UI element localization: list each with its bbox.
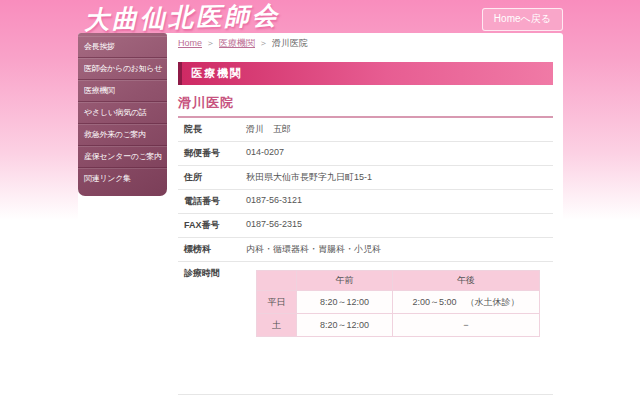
schedule-container: 午前 午後 平日 8:20～12:00 2:00～5:00 （水土休診） 土 8… <box>246 267 553 337</box>
schedule-header-row: 午前 午後 <box>257 271 540 291</box>
sidebar-item-chairman-greeting[interactable]: 会長挨拶 <box>78 36 167 58</box>
detail-value: 0187-56-3121 <box>246 195 553 205</box>
schedule-table: 午前 午後 平日 8:20～12:00 2:00～5:00 （水土休診） 土 8… <box>256 270 540 337</box>
schedule-col-morning: 午前 <box>297 271 393 291</box>
schedule-day-cell: 土 <box>257 314 297 337</box>
detail-label: 郵便番号 <box>184 147 246 160</box>
breadcrumb: Home＞医療機関＞滑川医院 <box>178 37 553 50</box>
sidebar-nav: 会長挨拶 医師会からのお知らせ 医療機関 やさしい病気の話 救急外来のご案内 産… <box>78 33 167 196</box>
schedule-col-afternoon: 午後 <box>393 271 540 291</box>
detail-value: 0187-56-2315 <box>246 219 553 229</box>
detail-label: 住所 <box>184 171 246 184</box>
detail-row-director: 院長 滑川 五郎 <box>178 118 553 142</box>
detail-label: 電話番号 <box>184 195 246 208</box>
schedule-day-cell: 平日 <box>257 291 297 314</box>
detail-label: 診療時間 <box>184 267 246 280</box>
schedule-corner-cell <box>257 271 297 291</box>
detail-label: FAX番号 <box>184 219 246 232</box>
schedule-am-cell: 8:20～12:00 <box>297 291 393 314</box>
schedule-pm-cell: − <box>393 314 540 337</box>
sidebar-item-sanpo-center[interactable]: 産保センターのご案内 <box>78 146 167 168</box>
detail-row-address: 住所 秋田県大仙市長野字九日町15-1 <box>178 166 553 190</box>
detail-value: 内科・循環器科・胃腸科・小児科 <box>246 243 553 256</box>
detail-row-phone: 電話番号 0187-56-3121 <box>178 190 553 214</box>
site-logo: 大曲仙北医師会 <box>84 0 281 37</box>
sidebar-item-disease-stories[interactable]: やさしい病気の話 <box>78 102 167 124</box>
clinic-name-heading: 滑川医院 <box>178 94 553 118</box>
detail-label: 標榜科 <box>184 243 246 256</box>
main-content: Home＞医療機関＞滑川医院 医療機関 滑川医院 院長 滑川 五郎 郵便番号 0… <box>178 37 553 400</box>
detail-row-departments: 標榜科 内科・循環器科・胃腸科・小児科 <box>178 238 553 262</box>
sidebar-item-related-links[interactable]: 関連リンク集 <box>78 168 167 189</box>
home-button[interactable]: Homeへ戻る <box>482 8 563 31</box>
detail-value: 秋田県大仙市長野字九日町15-1 <box>246 171 553 184</box>
detail-value: 014-0207 <box>246 147 553 157</box>
breadcrumb-separator: ＞ <box>259 38 268 48</box>
section-banner: 医療機関 <box>178 62 553 85</box>
breadcrumb-home-link[interactable]: Home <box>178 38 202 48</box>
detail-row-fax: FAX番号 0187-56-2315 <box>178 214 553 238</box>
schedule-am-cell: 8:20～12:00 <box>297 314 393 337</box>
sidebar-item-medical-institutions[interactable]: 医療機関 <box>78 80 167 102</box>
detail-row-open-days: 診察曜日 月曜～土曜 <box>178 395 553 400</box>
schedule-pm-cell: 2:00～5:00 （水土休診） <box>393 291 540 314</box>
breadcrumb-section-link[interactable]: 医療機関 <box>219 38 255 48</box>
detail-row-postal-code: 郵便番号 014-0207 <box>178 142 553 166</box>
breadcrumb-separator: ＞ <box>206 38 215 48</box>
sidebar-item-emergency-outpatient[interactable]: 救急外来のご案内 <box>78 124 167 146</box>
detail-label: 院長 <box>184 123 246 136</box>
sidebar-item-association-news[interactable]: 医師会からのお知らせ <box>78 58 167 80</box>
schedule-row-saturday: 土 8:20～12:00 − <box>257 314 540 337</box>
breadcrumb-current: 滑川医院 <box>272 38 308 48</box>
schedule-row-weekday: 平日 8:20～12:00 2:00～5:00 （水土休診） <box>257 291 540 314</box>
detail-value: 滑川 五郎 <box>246 123 553 136</box>
detail-row-hours: 診療時間 午前 午後 平日 8:20～12:00 2:00～5:00 （水土休診… <box>178 262 553 395</box>
